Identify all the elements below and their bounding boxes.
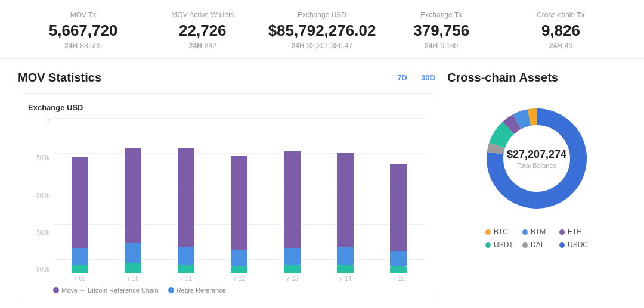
asset-legend-btm: BTM	[522, 228, 551, 236]
legend-dot-blue	[168, 287, 174, 293]
bar-blue-3	[231, 250, 247, 266]
x-label-6: 7-15	[372, 275, 425, 282]
x-label-5: 7-14	[319, 275, 372, 282]
bar-purple-5	[337, 153, 354, 247]
donut-subtitle: Total Balance	[507, 162, 566, 169]
chart-legend: Move → Bitcoin Reference Chain Retire Re…	[28, 287, 425, 294]
crosschain-assets-section: Cross-chain Assets	[447, 71, 626, 300]
crosschain-header: Cross-chain Assets	[447, 71, 626, 85]
asset-legend-dai: DAI	[522, 241, 551, 249]
filter-7d-button[interactable]: 7D	[397, 73, 407, 82]
bar-blue-0	[72, 248, 88, 265]
btm-dot	[522, 229, 528, 235]
bar-teal-6	[390, 266, 407, 273]
legend-label-blue: Retire Reference	[177, 287, 226, 294]
bar-blue-6	[390, 251, 407, 266]
bar-teal-0	[72, 265, 88, 273]
bar-purple-1	[125, 148, 141, 243]
stats-bar: MOV Tx 5,667,720 24H88,595 MOV Active Wa…	[0, 0, 644, 59]
legend-dot-purple	[53, 287, 59, 293]
bar-purple-2	[178, 148, 194, 247]
chart-label: Exchange USD	[28, 103, 425, 112]
grid-line	[53, 153, 425, 154]
asset-legend: BTC BTM ETH USDT DAI	[479, 228, 594, 249]
stat-24h-3: 24H6,180	[382, 42, 501, 50]
x-label-2: 7-11	[159, 275, 212, 282]
legend-item-purple: Move → Bitcoin Reference Chain	[53, 287, 159, 294]
stat-label-0: MOV Tx	[24, 11, 143, 19]
stat-label-4: Cross-chain Tx	[501, 11, 620, 19]
asset-legend-btc: BTC	[485, 228, 514, 236]
y-label-1: 0	[28, 118, 49, 125]
stat-value-3: 379,756	[382, 21, 501, 40]
bar-teal-4	[284, 265, 301, 273]
eth-dot	[559, 229, 565, 235]
filter-30d-button[interactable]: 30D	[421, 73, 435, 82]
stat-item-4: Cross-chain Tx 9,826 24H43	[501, 11, 620, 50]
donut-amount: $27,207,274	[507, 148, 566, 161]
chart-container: Exchange USD 000k 500k 000k 500k 0	[18, 93, 435, 300]
stat-value-4: 9,826	[501, 21, 620, 40]
usdt-label: USDT	[494, 241, 513, 249]
donut-center: $27,207,274 Total Balance	[507, 148, 566, 169]
donut-chart: $27,207,274 Total Balance	[477, 99, 596, 218]
bar-purple-0	[72, 157, 88, 248]
btc-label: BTC	[494, 228, 508, 236]
bar-blue-5	[337, 247, 354, 265]
usdc-dot	[559, 242, 565, 248]
bar-teal-1	[125, 263, 141, 273]
btc-dot	[485, 229, 491, 235]
x-labels: 7-097-107-117-127-137-147-15	[28, 275, 425, 282]
bar-blue-1	[125, 243, 141, 263]
crosschain-title: Cross-chain Assets	[447, 71, 558, 85]
stat-item-2: Exchange USD $85,792,276.02 24H$2,301,38…	[262, 11, 381, 50]
bar-teal-3	[231, 266, 247, 273]
stat-value-1: 22,726	[143, 21, 262, 40]
y-label-5: 000k	[28, 266, 49, 273]
stat-24h-4: 24H43	[501, 42, 620, 50]
asset-legend-eth: ETH	[559, 228, 588, 236]
y-label-4: 500k	[28, 229, 49, 236]
time-filters: 7D | 30D	[397, 73, 435, 82]
donut-container: $27,207,274 Total Balance BTC BTM ETH	[447, 93, 626, 255]
dai-label: DAI	[531, 241, 543, 249]
bar-purple-4	[284, 151, 301, 248]
stat-value-2: $85,792,276.02	[262, 21, 381, 40]
main-content: MOV Statistics 7D | 30D Exchange USD 000…	[0, 59, 644, 306]
bar-blue-4	[284, 248, 301, 265]
y-label-3: 000k	[28, 192, 49, 199]
x-label-3: 7-12	[212, 275, 265, 282]
y-label-2: 500k	[28, 155, 49, 161]
stat-item-1: MOV Active Wallets 22,726 24H882	[143, 11, 262, 50]
stat-24h-1: 24H882	[143, 42, 262, 50]
grid-line	[53, 118, 425, 119]
eth-label: ETH	[568, 228, 582, 236]
stat-label-3: Exchange Tx	[382, 11, 501, 19]
stat-item-0: MOV Tx 5,667,720 24H88,595	[24, 11, 143, 50]
bar-teal-2	[178, 265, 194, 273]
y-axis: 000k 500k 000k 500k 0	[28, 118, 53, 273]
mov-stats-header: MOV Statistics 7D | 30D	[18, 71, 435, 85]
x-label-0: 7-09	[53, 275, 106, 282]
chart-area: 000k 500k 000k 500k 0	[28, 118, 425, 273]
bar-teal-5	[337, 265, 354, 273]
usdt-dot	[485, 242, 491, 248]
x-label-4: 7-13	[266, 275, 319, 282]
mov-stats-title: MOV Statistics	[18, 71, 101, 85]
stat-value-0: 5,667,720	[24, 21, 143, 40]
stat-label-1: MOV Active Wallets	[143, 11, 262, 19]
dai-dot	[522, 242, 528, 248]
filter-divider: |	[413, 73, 415, 82]
stat-24h-2: 24H$2,301,386.47	[262, 42, 381, 50]
legend-label-purple: Move → Bitcoin Reference Chain	[61, 287, 159, 294]
legend-item-blue: Retire Reference	[168, 287, 226, 294]
bar-blue-2	[178, 247, 194, 265]
bar-purple-6	[390, 164, 407, 251]
stat-item-3: Exchange Tx 379,756 24H6,180	[382, 11, 501, 50]
stat-label-2: Exchange USD	[262, 11, 381, 19]
asset-legend-usdc: USDC	[559, 241, 588, 249]
x-label-1: 7-10	[106, 275, 159, 282]
btm-label: BTM	[531, 228, 546, 236]
usdc-label: USDC	[568, 241, 588, 249]
mov-statistics-section: MOV Statistics 7D | 30D Exchange USD 000…	[18, 71, 435, 300]
